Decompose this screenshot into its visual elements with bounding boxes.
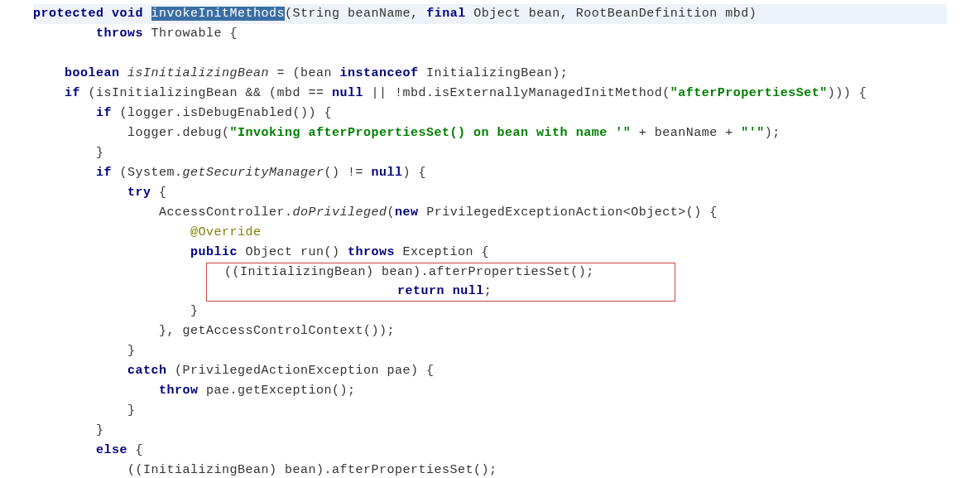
code-text: Object run() xyxy=(238,245,348,259)
keyword: throw xyxy=(159,384,199,398)
code-text: AccessController. xyxy=(159,205,293,220)
code-text: } xyxy=(96,146,104,160)
method-name-highlight: invokeInitMethods xyxy=(151,7,286,21)
code-text: Throwable { xyxy=(143,27,238,41)
code-line: throws Throwable { xyxy=(33,24,947,44)
code-text: ((InitializingBean) bean).afterPropertie… xyxy=(224,265,594,279)
keyword: if xyxy=(65,86,80,100)
keyword: final xyxy=(426,7,466,21)
code-text: = (bean xyxy=(269,66,340,80)
keyword: else xyxy=(96,443,127,457)
keyword: public xyxy=(190,245,238,259)
code-line: else { xyxy=(33,441,947,461)
code-text: } xyxy=(127,344,136,358)
code-line: if (logger.isDebugEnabled()) { xyxy=(33,104,947,123)
code-line: protected void invokeInitMethods(String … xyxy=(33,4,947,24)
string: "Invoking afterPropertiesSet() on bean w… xyxy=(230,126,632,140)
code-text: pae.getException(); xyxy=(199,384,356,398)
code-text: Object bean, RootBeanDefinition mbd) xyxy=(466,7,757,21)
code-text: } xyxy=(96,423,104,437)
code-text: ) { xyxy=(403,166,427,180)
code-text: Exception { xyxy=(395,245,489,259)
keyword: catch xyxy=(127,364,167,378)
code-line: public Object run() throws Exception { xyxy=(33,243,947,263)
keyword: void xyxy=(112,7,143,21)
keyword: protected xyxy=(33,7,104,21)
code-text: (isInitializingBean && (mbd == xyxy=(80,86,332,100)
keyword: instanceof xyxy=(340,66,419,80)
code-line: try { xyxy=(33,183,947,203)
code-text: (String beanName, xyxy=(285,7,426,21)
code-text xyxy=(594,265,673,279)
keyword: throws xyxy=(348,245,395,259)
code-text: ((InitializingBean) bean).afterPropertie… xyxy=(127,463,497,477)
annotation: @Override xyxy=(190,225,262,239)
code-block: protected void invokeInitMethods(String … xyxy=(0,0,947,478)
keyword: return xyxy=(397,284,444,298)
code-text: } xyxy=(127,403,136,418)
code-text: () != xyxy=(324,166,372,180)
code-line: } xyxy=(33,143,947,163)
code-line: catch (PrivilegedActionException pae) { xyxy=(33,361,947,381)
identifier: isInitializingBean xyxy=(127,66,269,80)
code-text: ))) { xyxy=(828,86,867,100)
code-line: ((InitializingBean) bean).afterPropertie… xyxy=(33,263,947,302)
keyword: throws xyxy=(96,27,143,41)
code-line: }, getAccessControlContext()); xyxy=(33,321,947,341)
keyword: null xyxy=(332,86,363,100)
code-text: logger.debug( xyxy=(127,126,230,140)
keyword: if xyxy=(96,106,112,120)
code-line: logger.debug("Invoking afterPropertiesSe… xyxy=(33,123,947,143)
code-line: } xyxy=(33,302,947,321)
code-line: throw pae.getException(); xyxy=(33,381,947,401)
code-text: }, getAccessControlContext()); xyxy=(159,324,395,338)
code-line: ((InitializingBean) bean).afterPropertie… xyxy=(33,461,947,478)
code-line: } xyxy=(33,401,947,421)
code-text: (System. xyxy=(112,166,183,180)
code-line: } xyxy=(33,421,947,441)
code-text: { xyxy=(127,443,143,457)
code-line: if (isInitializingBean && (mbd == null |… xyxy=(33,84,947,104)
highlight-box: ((InitializingBean) bean).afterPropertie… xyxy=(206,263,675,302)
code-line: boolean isInitializingBean = (bean insta… xyxy=(33,64,947,84)
keyword: try xyxy=(127,186,151,200)
string: "'" xyxy=(741,126,765,140)
code-line: } xyxy=(33,341,947,361)
code-text: + beanName + xyxy=(631,126,741,140)
code-line: AccessController.doPrivileged(new Privil… xyxy=(33,203,947,223)
string: "afterPropertiesSet" xyxy=(670,86,828,100)
identifier: getSecurityManager xyxy=(183,166,324,180)
keyword: null xyxy=(372,166,403,180)
code-text: PrivilegedExceptionAction<Object>() { xyxy=(419,205,718,220)
keyword: null xyxy=(453,284,484,298)
keyword: new xyxy=(395,205,419,220)
code-line: if (System.getSecurityManager() != null)… xyxy=(33,163,947,183)
code-text xyxy=(444,284,453,298)
code-text: (PrivilegedActionException pae) { xyxy=(167,364,435,378)
code-text: || !mbd.isExternallyManagedInitMethod( xyxy=(363,86,670,100)
code-text: (logger.isDebugEnabled()) { xyxy=(112,106,332,120)
keyword: boolean xyxy=(65,66,120,80)
code-text: { xyxy=(151,186,167,200)
code-text: InitializingBean); xyxy=(419,66,569,80)
keyword: if xyxy=(96,166,112,180)
code-line: @Override xyxy=(33,223,947,243)
identifier: doPrivileged xyxy=(293,205,387,220)
code-text: ); xyxy=(765,126,781,140)
code-text: ( xyxy=(387,205,396,220)
blank-line xyxy=(33,44,947,64)
code-text: } xyxy=(190,304,199,318)
code-text: ; xyxy=(484,284,492,298)
